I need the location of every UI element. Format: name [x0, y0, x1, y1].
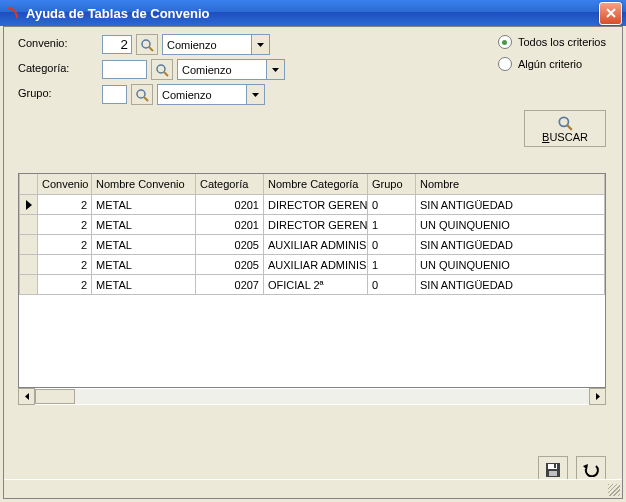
categoria-combo-text: Comienzo — [178, 64, 266, 76]
convenio-combo-text: Comienzo — [163, 39, 251, 51]
svg-point-0 — [142, 40, 150, 48]
cell[interactable]: AUXILIAR ADMINIS — [264, 235, 368, 255]
cell[interactable]: 0205 — [196, 255, 264, 275]
client-area: Convenio: Comienzo Categoría: Comienzo — [3, 26, 623, 499]
cell[interactable]: METAL — [92, 215, 196, 235]
convenio-match-combo[interactable]: Comienzo — [162, 34, 270, 55]
cell[interactable]: DIRECTOR GEREN — [264, 215, 368, 235]
cell[interactable]: 2 — [38, 255, 92, 275]
cell[interactable]: SIN ANTIGÜEDAD — [416, 275, 605, 295]
app-icon — [4, 5, 20, 21]
cell[interactable]: SIN ANTIGÜEDAD — [416, 235, 605, 255]
grupo-combo-text: Comienzo — [158, 89, 246, 101]
radio-dot-icon — [498, 57, 512, 71]
scroll-track[interactable] — [35, 388, 589, 405]
magnifier-icon — [155, 63, 169, 77]
titlebar[interactable]: Ayuda de Tablas de Convenio — [0, 0, 626, 26]
col-convenio[interactable]: Convenio — [38, 174, 92, 195]
scroll-right-button[interactable] — [589, 388, 606, 405]
scroll-left-button[interactable] — [18, 388, 35, 405]
cell[interactable]: METAL — [92, 195, 196, 215]
search-button[interactable]: BUSCAR — [524, 110, 606, 147]
cell[interactable]: 0 — [368, 235, 416, 255]
table-row[interactable]: 2METAL0205AUXILIAR ADMINIS0SIN ANTIGÜEDA… — [20, 235, 605, 255]
radio-all-criteria[interactable]: Todos los criterios — [498, 35, 606, 49]
search-button-label: BUSCAR — [542, 131, 588, 143]
criteria-radio-group: Todos los criterios Algún criterio — [498, 35, 606, 79]
cell[interactable]: METAL — [92, 235, 196, 255]
status-bar — [4, 479, 622, 498]
radio-any-label: Algún criterio — [518, 58, 582, 70]
convenio-input[interactable] — [102, 35, 132, 54]
search-fields: Convenio: Comienzo Categoría: Comienzo — [10, 33, 616, 128]
categoria-input[interactable] — [102, 60, 147, 79]
cell[interactable]: UN QUINQUENIO — [416, 215, 605, 235]
table-row[interactable]: 2METAL0201DIRECTOR GEREN1UN QUINQUENIO — [20, 215, 605, 235]
dialog-window: Ayuda de Tablas de Convenio Convenio: Co… — [0, 0, 626, 502]
convenio-label: Convenio: — [18, 37, 68, 49]
radio-all-label: Todos los criterios — [518, 36, 606, 48]
cell[interactable]: 0201 — [196, 215, 264, 235]
cell[interactable]: DIRECTOR GEREN — [264, 195, 368, 215]
scroll-thumb[interactable] — [35, 389, 75, 404]
cell[interactable]: 0205 — [196, 235, 264, 255]
cell[interactable]: AUXILIAR ADMINIS — [264, 255, 368, 275]
grid-hscrollbar[interactable] — [18, 388, 606, 405]
svg-rect-6 — [549, 471, 557, 476]
cell[interactable]: SIN ANTIGÜEDAD — [416, 195, 605, 215]
cell[interactable]: 0201 — [196, 195, 264, 215]
cell[interactable]: 1 — [368, 255, 416, 275]
categoria-lookup-button[interactable] — [151, 59, 173, 80]
cell[interactable]: 2 — [38, 215, 92, 235]
svg-point-1 — [157, 65, 165, 73]
magnifier-icon — [140, 38, 154, 52]
table-row[interactable]: 2METAL0207OFICIAL 2ª0SIN ANTIGÜEDAD — [20, 275, 605, 295]
magnifier-icon — [557, 115, 573, 131]
categoria-label: Categoría: — [18, 62, 69, 74]
svg-point-2 — [137, 90, 145, 98]
chevron-down-icon — [251, 35, 269, 54]
window-title: Ayuda de Tablas de Convenio — [26, 6, 599, 21]
table-row[interactable]: 2METAL0201DIRECTOR GEREN0SIN ANTIGÜEDAD — [20, 195, 605, 215]
results-grid[interactable]: Convenio Nombre Convenio Categoría Nombr… — [18, 173, 606, 388]
chevron-down-icon — [266, 60, 284, 79]
table-row[interactable]: 2METAL0205AUXILIAR ADMINIS1UN QUINQUENIO — [20, 255, 605, 275]
current-row-icon — [25, 200, 33, 210]
cell[interactable]: 0 — [368, 195, 416, 215]
grupo-label: Grupo: — [18, 87, 52, 99]
close-icon — [606, 8, 616, 18]
cell[interactable]: 2 — [38, 195, 92, 215]
row-selector-header — [20, 174, 38, 195]
cell[interactable]: METAL — [92, 275, 196, 295]
cell[interactable]: 1 — [368, 215, 416, 235]
cell[interactable]: 2 — [38, 275, 92, 295]
cell[interactable]: UN QUINQUENIO — [416, 255, 605, 275]
svg-rect-7 — [554, 464, 556, 468]
col-nombre-convenio[interactable]: Nombre Convenio — [92, 174, 196, 195]
chevron-down-icon — [246, 85, 264, 104]
magnifier-icon — [135, 88, 149, 102]
cell[interactable]: 0 — [368, 275, 416, 295]
grupo-match-combo[interactable]: Comienzo — [157, 84, 265, 105]
col-grupo[interactable]: Grupo — [368, 174, 416, 195]
floppy-icon — [545, 462, 561, 478]
col-nombre[interactable]: Nombre — [416, 174, 605, 195]
radio-dot-icon — [498, 35, 512, 49]
radio-any-criteria[interactable]: Algún criterio — [498, 57, 606, 71]
undo-icon — [582, 463, 600, 477]
svg-point-3 — [559, 117, 568, 126]
grupo-lookup-button[interactable] — [131, 84, 153, 105]
convenio-lookup-button[interactable] — [136, 34, 158, 55]
cell[interactable]: METAL — [92, 255, 196, 275]
cell[interactable]: 2 — [38, 235, 92, 255]
cell[interactable]: 0207 — [196, 275, 264, 295]
close-button[interactable] — [599, 2, 622, 25]
cell[interactable]: OFICIAL 2ª — [264, 275, 368, 295]
col-categoria[interactable]: Categoría — [196, 174, 264, 195]
categoria-match-combo[interactable]: Comienzo — [177, 59, 285, 80]
grupo-input[interactable] — [102, 85, 127, 104]
col-nombre-categoria[interactable]: Nombre Categoría — [264, 174, 368, 195]
